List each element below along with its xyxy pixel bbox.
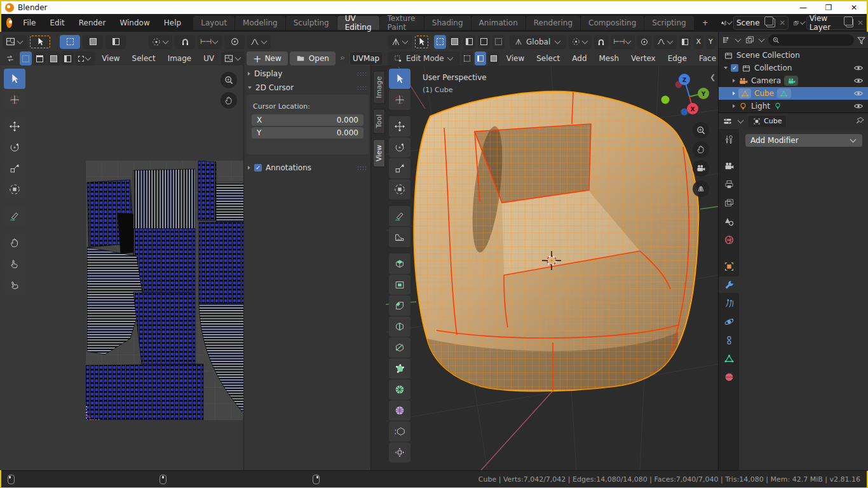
camera-data-icon[interactable] — [784, 76, 798, 86]
uv-open-image-button[interactable]: Open — [290, 51, 336, 65]
vp-tool-edge-slide[interactable] — [389, 421, 410, 442]
vp-zoom-button[interactable] — [693, 122, 709, 139]
vp-menu-edge[interactable]: Edge — [663, 51, 692, 66]
vp-tool-spin[interactable] — [389, 379, 410, 400]
vp-menu-select[interactable]: Select — [531, 51, 565, 66]
properties-pin-icon[interactable] — [855, 116, 865, 126]
vp-pivot-button[interactable] — [569, 35, 592, 49]
workspace-tab-uv-editing[interactable]: UV Editing — [337, 16, 379, 30]
unlink-scene-icon[interactable]: ✕ — [779, 18, 785, 27]
uv-select-vertex-button[interactable] — [20, 51, 32, 65]
workspace-tab-animation[interactable]: Animation — [471, 16, 526, 30]
tab-modifiers[interactable] — [719, 276, 739, 293]
vp-snap-settings-button[interactable]: ⊢⊣ — [611, 35, 635, 49]
uv-snap-toggle-button[interactable] — [175, 35, 195, 49]
vp-tool-rotate[interactable] — [389, 137, 410, 158]
drag-handle-icon[interactable]: :::: — [357, 165, 367, 171]
tab-tool[interactable] — [719, 131, 739, 147]
vp-menu-face[interactable]: Face — [694, 51, 721, 66]
outliner-type-chevron-icon[interactable] — [735, 36, 742, 43]
cursor-x-field[interactable]: X0.000 — [252, 114, 363, 126]
vp-editor-type-button[interactable] — [388, 35, 412, 49]
minimize-button[interactable]: — — [790, 1, 816, 14]
menu-file[interactable]: File — [16, 14, 43, 32]
eye-icon[interactable] — [853, 76, 864, 86]
uv-menu-select[interactable]: Select — [127, 51, 161, 66]
vp-tool-knife[interactable] — [389, 337, 410, 358]
uv-tool-cursor[interactable] — [4, 90, 25, 110]
workspace-tab-sculpting[interactable]: Sculpting — [286, 16, 337, 30]
uv-tool-move[interactable] — [4, 116, 25, 137]
uv-select-mode-extend-button[interactable] — [83, 35, 103, 49]
vp-tool-cursor[interactable] — [389, 90, 410, 110]
workspace-tab-layout[interactable]: Layout — [193, 16, 234, 30]
outliner-search-input[interactable] — [768, 34, 854, 46]
vp-tool-poly-build[interactable] — [389, 358, 410, 379]
vp-active-tool-button[interactable] — [414, 35, 429, 49]
vp-pan-button[interactable] — [693, 141, 709, 158]
uv-editor-canvas[interactable]: Display:::: 2D Cursor:::: Cursor Locatio… — [0, 65, 386, 470]
uv-new-image-button[interactable]: +New — [247, 51, 288, 65]
outliner-editor-type-icon[interactable] — [721, 35, 731, 45]
vp-tool-scale[interactable] — [389, 158, 410, 179]
vp-mirror-x-button[interactable]: X — [693, 35, 703, 49]
uv-active-tool-button[interactable] — [29, 35, 51, 49]
cursor-y-field[interactable]: Y0.000 — [252, 127, 363, 139]
outliner-row-collection[interactable]: ✓ Collection — [719, 62, 868, 74]
uv-menu-image[interactable]: Image — [163, 51, 197, 66]
uv-select-mode-subtract-button[interactable] — [105, 35, 126, 49]
vp-mirror-icon[interactable] — [679, 35, 691, 49]
view-layer-browse-icon[interactable] — [793, 18, 799, 29]
vp-tool-annotate[interactable] — [389, 206, 410, 226]
outliner-row-camera[interactable]: Camera — [719, 74, 868, 87]
eye-icon[interactable] — [853, 101, 864, 111]
uv-editor-type-button[interactable] — [3, 35, 27, 49]
scene-browse-chevron-icon[interactable] — [728, 19, 733, 24]
blender-menu-icon[interactable] — [6, 18, 12, 28]
uv-zoom-button[interactable] — [220, 72, 237, 88]
vp-select-mode-set-button[interactable] — [434, 35, 446, 49]
tab-constraints[interactable] — [719, 332, 739, 348]
outliner-row-cube[interactable]: Cube — [719, 87, 868, 100]
vp-tool-smooth[interactable] — [389, 400, 410, 421]
vp-tool-extrude-region[interactable] — [389, 254, 410, 274]
outliner-display-mode-icon[interactable] — [745, 35, 755, 45]
workspace-tab-scripting[interactable]: Scripting — [644, 16, 693, 30]
vp-menu-add[interactable]: Add — [567, 51, 592, 66]
expand-icon[interactable] — [733, 79, 735, 83]
panel-display[interactable]: Display:::: — [244, 67, 371, 81]
scene-name-field[interactable]: Scene ✕ — [733, 16, 789, 30]
workspace-tab-compositing[interactable]: Compositing — [581, 16, 644, 30]
uv-proportional-edit-button[interactable] — [224, 35, 245, 49]
vp-falloff-button[interactable] — [654, 35, 677, 49]
collapse-icon[interactable] — [724, 67, 728, 69]
vp-select-mode-extend-button[interactable] — [449, 35, 461, 49]
vp-tool-transform[interactable] — [389, 179, 410, 200]
vp-tool-shrink-fatten[interactable] — [389, 442, 410, 463]
vp-select-mode-subtract-button[interactable] — [463, 35, 475, 49]
eye-icon[interactable] — [853, 63, 864, 73]
add-workspace-button[interactable]: + — [695, 16, 716, 30]
tab-world[interactable] — [719, 231, 739, 248]
vp-proportional-edit-button[interactable] — [637, 35, 651, 49]
filter-icon[interactable] — [857, 36, 866, 45]
uv-tool-pinch[interactable] — [4, 274, 25, 295]
vp-camera-view-button[interactable] — [693, 160, 709, 177]
region-collapse-icon[interactable]: ❮ — [710, 73, 715, 81]
workspace-tab-shading[interactable]: Shading — [424, 16, 471, 30]
uv-pivot-button[interactable] — [149, 35, 172, 49]
uv-snap-settings-button[interactable]: ⊢⊣ — [198, 35, 222, 49]
outliner-row-scene-collection[interactable]: Scene Collection — [719, 49, 868, 62]
sidebar-tab-tool[interactable]: Tool — [373, 109, 385, 133]
tab-output[interactable] — [719, 176, 739, 193]
maximize-button[interactable]: ❐ — [816, 1, 841, 14]
uv-select-island-button[interactable] — [62, 51, 74, 65]
uv-pin-icon[interactable] — [340, 53, 345, 64]
vp-menu-mesh[interactable]: Mesh — [594, 51, 625, 66]
vp-tool-inset-faces[interactable] — [389, 274, 410, 295]
scene-browse-icon[interactable] — [721, 18, 727, 29]
eye-icon[interactable] — [853, 88, 864, 98]
vp-orientation-dropdown[interactable]: Global — [510, 35, 566, 49]
viewport-canvas[interactable]: Z Y X User Perspective (1) Cube ❮ — [386, 65, 719, 470]
menu-edit[interactable]: Edit — [43, 14, 71, 32]
